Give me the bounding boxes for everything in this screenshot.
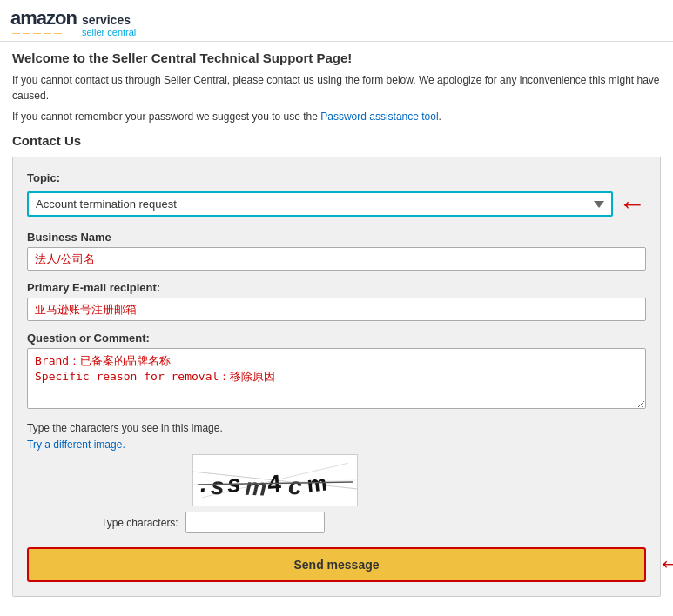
svg-text:s: s xyxy=(210,472,225,500)
svg-text:m: m xyxy=(306,471,328,497)
logo-area: amazon ――――― services seller central xyxy=(10,7,663,37)
intro-text-2-after: . xyxy=(439,110,441,123)
amazon-text: amazon xyxy=(10,7,77,29)
topic-select[interactable]: Account termination request Account susp… xyxy=(27,191,613,217)
email-input[interactable] xyxy=(27,298,646,321)
services-text: services xyxy=(82,13,131,27)
amazon-logo: amazon ――――― xyxy=(10,7,77,37)
svg-text:c: c xyxy=(288,472,303,500)
intro-text-2-before: If you cannot remember your password we … xyxy=(12,110,318,123)
email-label: Primary E-mail recipient: xyxy=(27,281,646,294)
topic-group: Topic: Account termination request Accou… xyxy=(27,171,646,220)
captcha-input[interactable] xyxy=(185,512,325,533)
captcha-input-row: Type characters: xyxy=(27,512,646,533)
captcha-svg: . s s m 4 c m xyxy=(193,454,357,506)
comment-label: Question or Comment: xyxy=(27,331,646,345)
captcha-input-label: Type characters: xyxy=(101,517,178,529)
business-name-label: Business Name xyxy=(27,231,646,244)
comment-textarea[interactable]: Brand：已备案的品牌名称 Specific reason for remov… xyxy=(27,348,646,409)
captcha-intro-text: Type the characters you see in this imag… xyxy=(27,422,646,434)
intro-text-2: If you cannot remember your password we … xyxy=(12,109,661,124)
send-button-row: Send message ← xyxy=(27,544,646,582)
services-block: services seller central xyxy=(82,13,136,37)
amazon-smile: ――――― xyxy=(12,30,77,37)
page-content: Welcome to the Seller Central Technical … xyxy=(0,42,673,606)
email-group: Primary E-mail recipient: xyxy=(27,281,646,321)
contact-us-title: Contact Us xyxy=(12,133,661,148)
seller-central-text: seller central xyxy=(82,27,136,37)
captcha-refresh-link[interactable]: Try a different image. xyxy=(27,439,125,451)
captcha-image: . s s m 4 c m xyxy=(192,454,358,506)
captcha-section: Type the characters you see in this imag… xyxy=(27,422,646,533)
business-name-input[interactable] xyxy=(27,247,646,271)
topic-label: Topic: xyxy=(27,171,646,184)
business-name-group: Business Name xyxy=(27,231,646,271)
send-message-button[interactable]: Send message xyxy=(27,547,646,582)
amazon-logo-block: amazon ――――― services seller central xyxy=(10,7,136,37)
comment-group: Question or Comment: Brand：已备案的品牌名称 Spec… xyxy=(27,331,646,412)
intro-text-1: If you cannot contact us through Seller … xyxy=(12,72,661,104)
welcome-title: Welcome to the Seller Central Technical … xyxy=(12,50,661,65)
contact-form: Topic: Account termination request Accou… xyxy=(12,157,661,597)
svg-text:m: m xyxy=(245,473,267,501)
send-red-arrow: ← xyxy=(656,547,673,579)
topic-red-arrow: ← xyxy=(618,188,646,220)
page-header: amazon ――――― services seller central xyxy=(0,0,673,42)
password-assistance-link[interactable]: Password assistance tool xyxy=(320,110,438,123)
